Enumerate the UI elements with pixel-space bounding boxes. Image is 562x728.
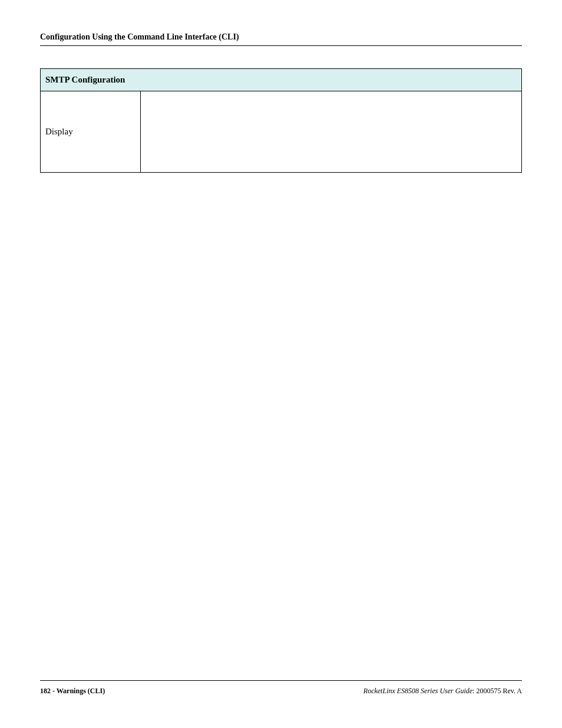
table-heading: SMTP Configuration bbox=[41, 69, 522, 91]
table-row: Display bbox=[41, 91, 522, 173]
smtp-config-table: SMTP Configuration Display bbox=[40, 68, 522, 173]
page-header: Configuration Using the Command Line Int… bbox=[40, 32, 522, 46]
row-content bbox=[141, 91, 522, 173]
footer-doc-revision: : 2000575 Rev. A bbox=[472, 687, 522, 695]
page-footer: 182 - Warnings (CLI) RocketLinx ES8508 S… bbox=[40, 680, 522, 696]
footer-page-label: 182 - Warnings (CLI) bbox=[40, 687, 105, 696]
table-header-row: SMTP Configuration bbox=[41, 69, 522, 91]
footer-doc-title: RocketLinx ES8508 Series User Guide bbox=[363, 687, 472, 695]
header-title: Configuration Using the Command Line Int… bbox=[40, 32, 522, 42]
row-label: Display bbox=[41, 91, 141, 173]
footer-right: RocketLinx ES8508 Series User Guide: 200… bbox=[363, 687, 522, 696]
